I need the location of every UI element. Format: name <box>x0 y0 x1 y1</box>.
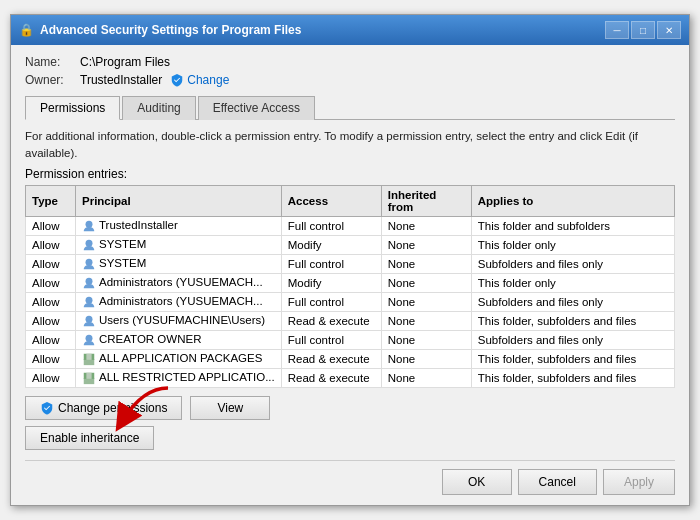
ok-button[interactable]: OK <box>442 469 512 495</box>
name-value: C:\Program Files <box>80 55 170 69</box>
cell-applies: This folder, subfolders and files <box>471 349 674 368</box>
table-row[interactable]: Allow Administrators (YUSUEMACH... Full … <box>26 292 675 311</box>
cell-principal: TrustedInstaller <box>76 216 282 235</box>
minimize-button[interactable]: ─ <box>605 21 629 39</box>
cell-principal: Administrators (YUSUEMACH... <box>76 273 282 292</box>
tabs-container: Permissions Auditing Effective Access <box>25 95 675 120</box>
cell-principal: CREATOR OWNER <box>76 330 282 349</box>
title-bar-left: 🔒 Advanced Security Settings for Program… <box>19 23 301 37</box>
svg-point-2 <box>86 258 93 265</box>
cell-principal: Users (YUSUFMACHINE\Users) <box>76 311 282 330</box>
col-access: Access <box>281 185 381 216</box>
tab-permissions[interactable]: Permissions <box>25 96 120 120</box>
bottom-buttons: Change permissions View <box>25 396 675 420</box>
col-inherited: Inherited from <box>381 185 471 216</box>
content-area: Name: C:\Program Files Owner: TrustedIns… <box>11 45 689 504</box>
cell-principal: ALL RESTRICTED APPLICATIO... <box>76 368 282 387</box>
svg-point-4 <box>86 296 93 303</box>
cell-inherited: None <box>381 349 471 368</box>
svg-point-6 <box>86 334 93 341</box>
cell-type: Allow <box>26 349 76 368</box>
cell-principal: Administrators (YUSUEMACH... <box>76 292 282 311</box>
svg-rect-10 <box>84 378 95 384</box>
tab-auditing[interactable]: Auditing <box>122 96 195 120</box>
cell-type: Allow <box>26 216 76 235</box>
cancel-button[interactable]: Cancel <box>518 469 597 495</box>
svg-point-5 <box>86 315 93 322</box>
cell-type: Allow <box>26 273 76 292</box>
owner-value: TrustedInstaller <box>80 73 162 87</box>
name-label: Name: <box>25 55 80 69</box>
cell-access: Full control <box>281 254 381 273</box>
cell-inherited: None <box>381 216 471 235</box>
change-permissions-button[interactable]: Change permissions <box>25 396 182 420</box>
col-principal: Principal <box>76 185 282 216</box>
table-row[interactable]: Allow ALL APPLICATION PACKAGES Read & ex… <box>26 349 675 368</box>
table-row[interactable]: Allow Administrators (YUSUEMACH... Modif… <box>26 273 675 292</box>
title-bar: 🔒 Advanced Security Settings for Program… <box>11 15 689 45</box>
cell-principal: SYSTEM <box>76 235 282 254</box>
cell-type: Allow <box>26 254 76 273</box>
cell-access: Full control <box>281 330 381 349</box>
cell-applies: This folder only <box>471 273 674 292</box>
col-type: Type <box>26 185 76 216</box>
cell-type: Allow <box>26 368 76 387</box>
window-title: Advanced Security Settings for Program F… <box>40 23 301 37</box>
table-row[interactable]: Allow SYSTEM Modify None This folder onl… <box>26 235 675 254</box>
cell-inherited: None <box>381 368 471 387</box>
cell-inherited: None <box>381 292 471 311</box>
change-label: Change <box>187 73 229 87</box>
permissions-table: Type Principal Access Inherited from App… <box>25 185 675 388</box>
cell-type: Allow <box>26 292 76 311</box>
svg-rect-7 <box>84 359 95 365</box>
svg-point-0 <box>86 220 93 227</box>
change-owner-link[interactable]: Change <box>170 73 229 87</box>
window-icon: 🔒 <box>19 23 34 37</box>
svg-point-1 <box>86 239 93 246</box>
svg-point-3 <box>86 277 93 284</box>
table-row[interactable]: Allow SYSTEM Full control None Subfolder… <box>26 254 675 273</box>
enable-inheritance-button[interactable]: Enable inheritance <box>25 426 154 450</box>
cell-inherited: None <box>381 330 471 349</box>
table-row[interactable]: Allow CREATOR OWNER Full control None Su… <box>26 330 675 349</box>
cell-access: Read & execute <box>281 368 381 387</box>
cell-inherited: None <box>381 273 471 292</box>
cell-access: Read & execute <box>281 311 381 330</box>
maximize-button[interactable]: □ <box>631 21 655 39</box>
cell-applies: This folder, subfolders and files <box>471 368 674 387</box>
col-applies: Applies to <box>471 185 674 216</box>
cell-access: Modify <box>281 235 381 254</box>
svg-rect-9 <box>86 353 91 359</box>
cell-applies: This folder, subfolders and files <box>471 311 674 330</box>
owner-label: Owner: <box>25 73 80 87</box>
view-button[interactable]: View <box>190 396 270 420</box>
cell-inherited: None <box>381 254 471 273</box>
cell-type: Allow <box>26 330 76 349</box>
table-row[interactable]: Allow TrustedInstaller Full control None… <box>26 216 675 235</box>
owner-row: Owner: TrustedInstaller Change <box>25 73 675 87</box>
tab-effective-access[interactable]: Effective Access <box>198 96 315 120</box>
cell-inherited: None <box>381 235 471 254</box>
table-row[interactable]: Allow ALL RESTRICTED APPLICATIO... Read … <box>26 368 675 387</box>
enable-inheritance-row: Enable inheritance <box>25 426 675 450</box>
main-window: 🔒 Advanced Security Settings for Program… <box>10 14 690 505</box>
close-button[interactable]: ✕ <box>657 21 681 39</box>
apply-button[interactable]: Apply <box>603 469 675 495</box>
section-label: Permission entries: <box>25 167 675 181</box>
cell-access: Read & execute <box>281 349 381 368</box>
cell-applies: This folder and subfolders <box>471 216 674 235</box>
cell-access: Full control <box>281 292 381 311</box>
shield-change-icon <box>40 401 54 415</box>
cell-type: Allow <box>26 235 76 254</box>
cell-applies: Subfolders and files only <box>471 254 674 273</box>
name-row: Name: C:\Program Files <box>25 55 675 69</box>
svg-rect-12 <box>86 372 91 378</box>
cell-access: Full control <box>281 216 381 235</box>
shield-icon <box>170 73 184 87</box>
cell-inherited: None <box>381 311 471 330</box>
table-row[interactable]: Allow Users (YUSUFMACHINE\Users) Read & … <box>26 311 675 330</box>
cell-applies: This folder only <box>471 235 674 254</box>
cell-access: Modify <box>281 273 381 292</box>
cell-applies: Subfolders and files only <box>471 292 674 311</box>
change-permissions-label: Change permissions <box>58 401 167 415</box>
